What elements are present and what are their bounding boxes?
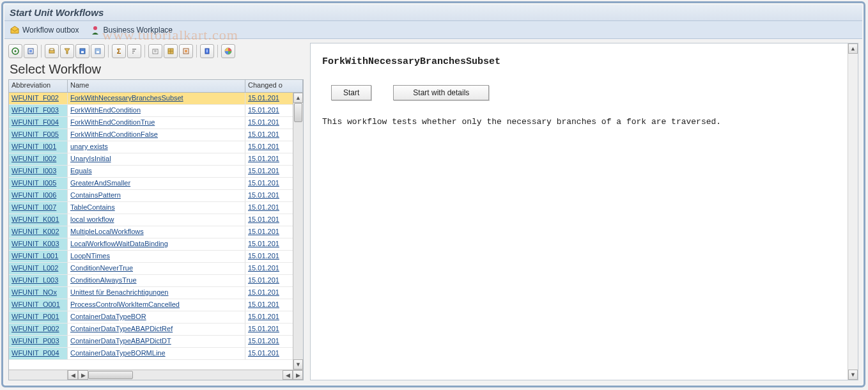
hscroll-track[interactable] [88, 370, 283, 380]
scroll-down-button[interactable]: ▼ [293, 359, 303, 370]
table-row[interactable]: WFUNIT_I005GreaterAndSmaller15.01.201 [9, 178, 303, 190]
changed-link[interactable]: 15.01.201 [248, 349, 279, 357]
changed-link[interactable]: 15.01.201 [248, 155, 279, 162]
hscroll-thumb[interactable] [88, 371, 133, 379]
abbreviation-link[interactable]: WFUNIT_L003 [12, 276, 58, 284]
changed-link[interactable]: 15.01.201 [248, 130, 279, 138]
abbreviation-link[interactable]: WFUNIT_F005 [12, 130, 59, 138]
name-link[interactable]: ContainerDataTypeABAPDictDT [70, 337, 171, 345]
table-row[interactable]: WFUNIT_F005ForkWithEndConditionFalse15.0… [9, 129, 303, 141]
abbreviation-link[interactable]: WFUNIT_P004 [12, 349, 59, 357]
table-row[interactable]: WFUNIT_P004ContainerDataTypeBORMLine15.0… [9, 348, 303, 360]
tb-sum-button[interactable]: Σ [112, 44, 126, 58]
table-row[interactable]: WFUNIT_I006ContainsPattern15.01.201 [9, 190, 303, 202]
name-link[interactable]: UnaryIsInitial [70, 155, 111, 162]
table-row[interactable]: WFUNIT_I007TableContains15.01.201 [9, 202, 303, 214]
changed-link[interactable]: 15.01.201 [248, 167, 279, 175]
abbreviation-link[interactable]: WFUNIT_L001 [12, 252, 58, 260]
abbreviation-link[interactable]: WFUNIT_I002 [12, 155, 56, 162]
name-link[interactable]: ContainerDataTypeABAPDictRef [70, 325, 173, 332]
business-workplace-menuitem[interactable]: Business Workplace [90, 25, 173, 35]
changed-link[interactable]: 15.01.201 [248, 228, 279, 235]
abbreviation-link[interactable]: WFUNIT_K001 [12, 215, 59, 223]
table-row[interactable]: WFUNIT_P001ContainerDataTypeBOR15.01.201 [9, 311, 303, 324]
name-link[interactable]: local workflow [70, 215, 114, 223]
name-link[interactable]: unary exists [70, 143, 108, 150]
abbreviation-link[interactable]: WFUNIT_P002 [12, 325, 59, 332]
changed-link[interactable]: 15.01.201 [248, 300, 279, 308]
grid-vscrollbar[interactable]: ▲ ▼ [293, 93, 303, 370]
table-row[interactable]: WFUNIT_F004ForkWithEndConditionTrue15.01… [9, 117, 303, 129]
changed-link[interactable]: 15.01.201 [248, 118, 279, 126]
abbreviation-link[interactable]: WFUNIT_P001 [12, 313, 59, 320]
tb-export-button[interactable] [148, 44, 162, 58]
table-row[interactable]: WFUNIT_K001local workflow15.01.201 [9, 214, 303, 226]
abbreviation-link[interactable]: WFUNIT_I003 [12, 167, 56, 175]
changed-link[interactable]: 15.01.201 [248, 337, 279, 345]
name-link[interactable]: ConditionAlwaysTrue [70, 276, 137, 284]
col-changed-header[interactable]: Changed o [245, 80, 303, 92]
start-button[interactable]: Start [331, 85, 371, 100]
name-link[interactable]: ContainsPattern [70, 191, 121, 199]
abbreviation-link[interactable]: WFUNIT_I006 [12, 191, 56, 199]
scroll-track[interactable] [293, 103, 303, 359]
abbreviation-link[interactable]: WFUNIT_K002 [12, 228, 59, 235]
scroll-left-button[interactable]: ◀ [68, 370, 78, 380]
tb-sort-button[interactable] [127, 44, 141, 58]
table-row[interactable]: WFUNIT_I002UnaryIsInitial15.01.201 [9, 153, 303, 166]
name-link[interactable]: GreaterAndSmaller [70, 179, 130, 187]
name-link[interactable]: ConditionNeverTrue [70, 264, 133, 272]
name-link[interactable]: ContainerDataTypeBOR [70, 313, 146, 320]
start-with-details-button[interactable]: Start with details [393, 85, 489, 100]
tb-filter-button[interactable] [60, 44, 74, 58]
table-row[interactable]: WFUNIT_P003ContainerDataTypeABAPDictDT15… [9, 336, 303, 348]
name-link[interactable]: ForkWithNecessaryBranchesSubset [70, 94, 183, 102]
changed-link[interactable]: 15.01.201 [248, 288, 279, 296]
abbreviation-link[interactable]: WFUNIT_L002 [12, 264, 58, 272]
changed-link[interactable]: 15.01.201 [248, 240, 279, 247]
table-row[interactable]: WFUNIT_I001unary exists15.01.201 [9, 141, 303, 153]
abbreviation-link[interactable]: WFUNIT_O001 [12, 300, 60, 308]
name-link[interactable]: TableContains [70, 203, 115, 211]
col-name-header[interactable]: Name [68, 80, 245, 92]
table-row[interactable]: WFUNIT_P002ContainerDataTypeABAPDictRef1… [9, 324, 303, 336]
abbreviation-link[interactable]: WFUNIT_I001 [12, 143, 56, 150]
changed-link[interactable]: 15.01.201 [248, 143, 279, 150]
scroll-down-button[interactable]: ▼ [848, 370, 858, 380]
tb-save2-button[interactable] [91, 44, 105, 58]
workflow-outbox-menuitem[interactable]: Workflow outbox [10, 25, 79, 35]
name-link[interactable]: ContainerDataTypeBORMLine [70, 349, 166, 357]
col-abbreviation-header[interactable]: Abbreviation [9, 80, 68, 92]
scroll-right2-button[interactable]: ▶ [293, 370, 303, 380]
scroll-up-button[interactable]: ▲ [848, 43, 858, 54]
changed-link[interactable]: 15.01.201 [248, 252, 279, 260]
table-row[interactable]: WFUNIT_I003Equals15.01.201 [9, 166, 303, 178]
table-row[interactable]: WFUNIT_O001ProcessControlWorkItemCancell… [9, 299, 303, 311]
changed-link[interactable]: 15.01.201 [248, 94, 279, 102]
table-row[interactable]: WFUNIT_K002MultipleLocalWorkflows15.01.2… [9, 226, 303, 238]
abbreviation-link[interactable]: WFUNIT_I007 [12, 203, 56, 211]
changed-link[interactable]: 15.01.201 [248, 215, 279, 223]
tb-select-button[interactable] [179, 44, 193, 58]
changed-link[interactable]: 15.01.201 [248, 325, 279, 332]
changed-link[interactable]: 15.01.201 [248, 276, 279, 284]
scroll-thumb[interactable] [294, 103, 302, 122]
tb-layout-button[interactable] [164, 44, 178, 58]
changed-link[interactable]: 15.01.201 [248, 203, 279, 211]
scroll-up-button[interactable]: ▲ [293, 93, 303, 103]
tb-save-button[interactable] [75, 44, 89, 58]
name-link[interactable]: ProcessControlWorkItemCancelled [70, 300, 180, 308]
table-row[interactable]: WFUNIT_L002ConditionNeverTrue15.01.201 [9, 263, 303, 275]
table-row[interactable]: WFUNIT_K003LocalWorkflowWaitDataBinding1… [9, 238, 303, 251]
abbreviation-link[interactable]: WFUNIT_F002 [12, 94, 59, 102]
name-link[interactable]: ForkWithEndCondition [70, 106, 141, 114]
changed-link[interactable]: 15.01.201 [248, 264, 279, 272]
tb-chart-button[interactable] [221, 44, 235, 58]
table-row[interactable]: WFUNIT_F002ForkWithNecessaryBranchesSubs… [9, 93, 303, 105]
name-link[interactable]: ForkWithEndConditionTrue [70, 118, 155, 126]
name-link[interactable]: Unittest für Benachrichtigungen [70, 288, 168, 296]
changed-link[interactable]: 15.01.201 [248, 191, 279, 199]
name-link[interactable]: Equals [70, 167, 92, 175]
abbreviation-link[interactable]: WFUNIT_I005 [12, 179, 56, 187]
tb-print-button[interactable] [45, 44, 59, 58]
